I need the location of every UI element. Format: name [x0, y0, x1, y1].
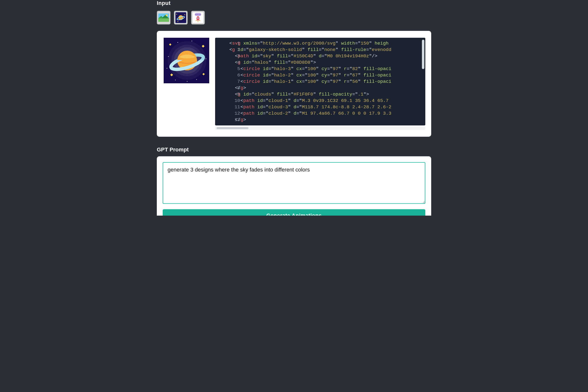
rocket-icon: thank you! [192, 12, 203, 23]
thumb-rocket[interactable]: thank you! [191, 11, 205, 24]
code-editor[interactable]: 1<svg xmlns="http://www.w3.org/2000/svg"… [215, 38, 425, 126]
code-horizontal-scrollbar[interactable] [215, 126, 425, 130]
landscape-icon [158, 14, 169, 22]
thumb-saturn[interactable] [174, 11, 188, 24]
thumb-landscape[interactable] [157, 11, 170, 24]
svg-text:thank you!: thank you! [195, 14, 201, 15]
svg-point-21 [187, 81, 188, 82]
svg-point-15 [178, 42, 178, 43]
saturn-icon [176, 12, 186, 23]
gpt-section-title: GPT Prompt [157, 146, 431, 153]
svg-point-18 [206, 58, 206, 59]
gpt-panel: Generate Animations [157, 156, 431, 216]
svg-rect-3 [158, 18, 169, 22]
svg-point-10 [197, 18, 199, 19]
input-panel: 1<svg xmlns="http://www.w3.org/2000/svg"… [157, 31, 431, 137]
svg-preview [164, 38, 209, 83]
code-vertical-scrollbar[interactable] [422, 40, 424, 120]
svg-point-17 [168, 56, 169, 57]
svg-point-16 [192, 41, 192, 42]
generate-button[interactable]: Generate Animations [163, 209, 425, 216]
input-thumb-row: thank you! [157, 11, 431, 24]
prompt-textarea[interactable] [163, 162, 425, 204]
generate-button-label: Generate Animations [266, 212, 322, 216]
input-section-title: Input [157, 0, 431, 6]
svg-point-19 [175, 80, 176, 80]
svg-point-22 [166, 68, 167, 68]
saturn-preview-icon [164, 38, 209, 83]
svg-point-20 [196, 79, 197, 80]
